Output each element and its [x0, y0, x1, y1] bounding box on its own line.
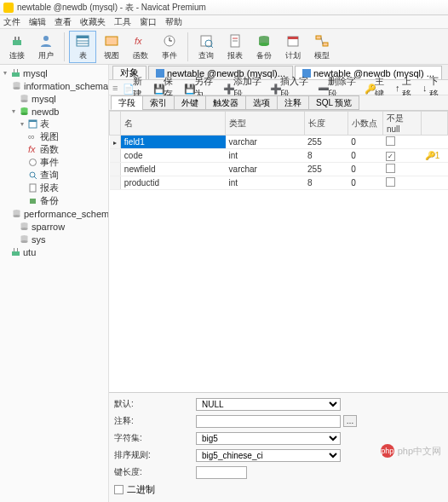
menu-help[interactable]: 帮助: [165, 16, 182, 28]
title-bar: newtable @newdb (mysql) - 表 - Navicat Pr…: [0, 0, 448, 15]
cell-notnull[interactable]: [382, 149, 421, 163]
cell-type[interactable]: int: [226, 176, 304, 190]
col-notnull[interactable]: 不是 null: [382, 112, 421, 136]
fx-icon: fx: [132, 32, 149, 49]
col-name[interactable]: 名: [120, 112, 225, 136]
cell-notnull[interactable]: [382, 163, 421, 176]
cell-length[interactable]: 8: [304, 149, 347, 163]
tree-performance_schema[interactable]: performance_schema: [0, 207, 108, 220]
toolbar-backup-button[interactable]: 备份: [250, 31, 278, 63]
cell-name[interactable]: newfield: [120, 163, 225, 176]
tree-备份[interactable]: 备份: [0, 194, 108, 207]
cell-notnull[interactable]: [382, 176, 421, 190]
toolbar-fx-button[interactable]: fx函数: [127, 31, 154, 63]
tree-mysql[interactable]: mysql: [0, 92, 108, 105]
tree-mysql[interactable]: ▾mysql: [0, 66, 108, 79]
svg-rect-40: [29, 120, 37, 122]
col-type[interactable]: 类型: [226, 112, 304, 136]
backup-icon: [27, 196, 37, 206]
toolbar-user-button[interactable]: 用户: [32, 31, 60, 63]
cell-decimals[interactable]: 0: [347, 136, 382, 149]
tree-utu[interactable]: utu: [0, 245, 108, 258]
svg-point-56: [20, 240, 27, 243]
plug-icon: [9, 32, 26, 49]
svg-rect-57: [12, 251, 20, 256]
collate-select[interactable]: big5_chinese_ci: [196, 449, 341, 462]
subtab-3[interactable]: 触发器: [205, 95, 246, 110]
subtab-2[interactable]: 外键: [174, 95, 206, 110]
subtab-1[interactable]: 索引: [142, 95, 175, 110]
cell-type[interactable]: varchar: [226, 136, 304, 149]
tree-查询[interactable]: 查询: [0, 169, 108, 182]
toolbar-model-button[interactable]: 模型: [308, 31, 336, 63]
tree-newdb[interactable]: ▾newdb: [0, 105, 108, 118]
subtab-0[interactable]: 字段: [111, 95, 143, 110]
cell-decimals[interactable]: 0: [347, 176, 382, 190]
col-decimals[interactable]: 小数点: [347, 112, 382, 136]
field-row[interactable]: newfieldvarchar2550: [110, 163, 448, 176]
tree-information_schema[interactable]: information_schema: [0, 79, 108, 92]
default-select[interactable]: NULL: [196, 398, 341, 411]
toolbar-schedule-button[interactable]: 计划: [279, 31, 307, 63]
db-icon: [12, 209, 21, 219]
subtab-6[interactable]: SQL 预览: [308, 95, 359, 110]
svg-line-15: [211, 46, 213, 48]
toolbar-clock-button[interactable]: 事件: [156, 31, 183, 63]
binary-checkbox[interactable]: [114, 485, 123, 494]
cell-length[interactable]: 8: [304, 176, 347, 190]
toolbar-query-button[interactable]: 查询: [192, 31, 220, 63]
cell-name[interactable]: field1: [120, 136, 225, 149]
cell-name[interactable]: code: [120, 149, 225, 163]
menu-file[interactable]: 文件: [3, 16, 20, 28]
col-length[interactable]: 长度: [304, 112, 347, 136]
cell-key[interactable]: [422, 163, 448, 176]
cell-decimals[interactable]: 0: [347, 149, 382, 163]
cell-key[interactable]: 🔑1: [422, 149, 448, 163]
col-key[interactable]: [422, 112, 448, 136]
tree-sys[interactable]: sys: [0, 233, 108, 245]
cell-length[interactable]: 255: [304, 163, 347, 176]
menu-favorites[interactable]: 收藏夹: [80, 16, 106, 28]
field-row[interactable]: productidint80: [110, 176, 448, 190]
comment-input[interactable]: [196, 415, 341, 428]
toolbar-view-button[interactable]: 视图: [98, 31, 125, 63]
cell-key[interactable]: [422, 176, 448, 190]
report-icon: [227, 32, 244, 49]
menu-view[interactable]: 查看: [55, 16, 72, 28]
menu-window[interactable]: 窗口: [140, 16, 157, 28]
tree-报表[interactable]: 报表: [0, 182, 108, 194]
field-row[interactable]: field1varchar2550: [110, 136, 448, 149]
tree-函数[interactable]: fx函数: [0, 143, 108, 156]
svg-rect-24: [316, 36, 321, 39]
notnull-checkbox[interactable]: [386, 164, 395, 173]
cell-type[interactable]: int: [226, 149, 304, 163]
cell-type[interactable]: varchar: [226, 163, 304, 176]
subtab-5[interactable]: 注释: [277, 95, 309, 110]
notnull-checkbox[interactable]: [386, 177, 395, 187]
menu-tools[interactable]: 工具: [114, 16, 131, 28]
tree-事件[interactable]: 事件: [0, 156, 108, 169]
field-row[interactable]: codeint80🔑1: [110, 149, 448, 163]
cell-key[interactable]: [422, 136, 448, 149]
minus-icon: ➖: [318, 84, 326, 92]
fields-grid[interactable]: 名 类型 长度 小数点 不是 null field1varchar2550cod…: [109, 111, 448, 392]
comment-label: 注释:: [114, 415, 196, 427]
comment-expand-button[interactable]: …: [343, 415, 357, 427]
charset-select[interactable]: big5: [196, 432, 341, 445]
menu-edit[interactable]: 编辑: [29, 16, 46, 28]
tree-表[interactable]: ▾表: [0, 118, 108, 130]
subtab-4[interactable]: 选项: [245, 95, 278, 110]
cell-name[interactable]: productid: [120, 176, 225, 190]
tree-sparrow[interactable]: sparrow: [0, 220, 108, 233]
cell-decimals[interactable]: 0: [347, 163, 382, 176]
toolbar-plug-button[interactable]: 连接: [3, 31, 31, 63]
tree-视图[interactable]: ∞视图: [0, 130, 108, 143]
cell-length[interactable]: 255: [304, 136, 347, 149]
toolbar-report-button[interactable]: 报表: [221, 31, 249, 63]
key-icon: 🔑: [365, 84, 373, 92]
keylen-input[interactable]: [196, 466, 247, 479]
toolbar-table-button[interactable]: 表: [69, 31, 96, 63]
notnull-checkbox[interactable]: [386, 136, 395, 146]
cell-notnull[interactable]: [382, 136, 421, 149]
notnull-checkbox[interactable]: [386, 152, 395, 161]
